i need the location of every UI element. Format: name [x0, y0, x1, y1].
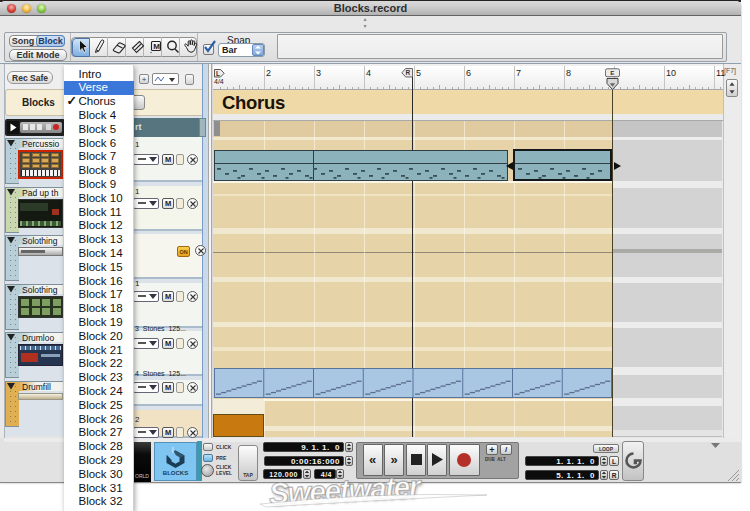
- svg-text:L: L: [216, 70, 220, 77]
- svg-text:E: E: [610, 69, 614, 76]
- svg-text:R: R: [406, 69, 411, 76]
- svg-text:M: M: [153, 42, 160, 51]
